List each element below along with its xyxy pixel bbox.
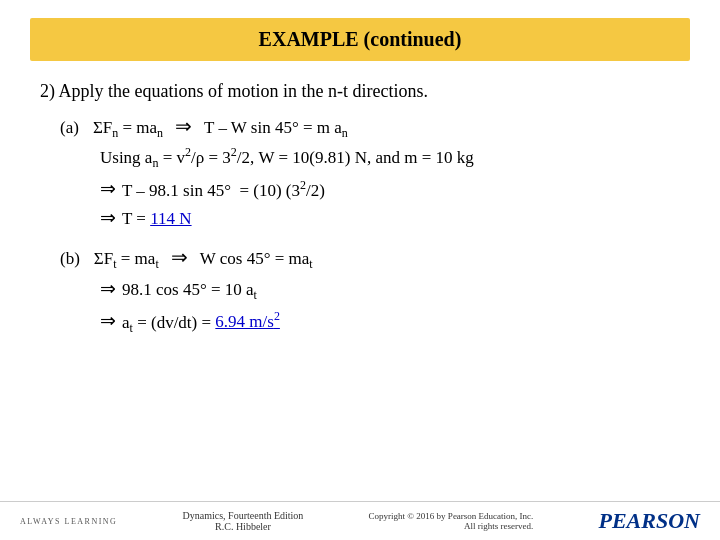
- part-a: (a) ΣFn = man ⇒ T – W sin 45° = m an Usi…: [40, 114, 680, 229]
- part-b-result: ⇒ at = (dv/dt) = 6.94 m/s2: [100, 309, 680, 335]
- footer-copyright: Copyright © 2016 by Pearson Education, I…: [369, 511, 534, 531]
- content-area: 2) Apply the equations of motion in the …: [0, 71, 720, 501]
- part-b: (b) ΣFt = mat ⇒ W cos 45° = mat ⇒ 98.1 c…: [40, 245, 680, 335]
- footer-book-info: Dynamics, Fourteenth Edition R.C. Hibbel…: [183, 510, 304, 532]
- part-b-label: (b): [60, 249, 80, 269]
- rights-text: All rights reserved.: [369, 521, 534, 531]
- part-a-eq1: (a) ΣFn = man ⇒ T – W sin 45° = m an: [60, 114, 680, 141]
- part-a-using: Using an = v2/ρ = 32/2, W = 10(9.81) N, …: [100, 145, 680, 171]
- sigma-fn: ΣFn = man: [93, 118, 163, 141]
- sigma-ft: ΣFt = mat: [94, 249, 159, 272]
- book-title: Dynamics, Fourteenth Edition: [183, 510, 304, 521]
- intro-text: 2) Apply the equations of motion in the …: [40, 81, 680, 102]
- pearson-logo: PEARSON: [599, 508, 700, 534]
- always-learning: ALWAYS LEARNING: [20, 517, 117, 526]
- part-b-eq1: (b) ΣFt = mat ⇒ W cos 45° = mat: [60, 245, 680, 272]
- title-text: EXAMPLE (continued): [259, 28, 462, 50]
- part-a-eq2: ⇒ T – 98.1 sin 45° = (10) (32/2): [100, 177, 680, 200]
- footer: ALWAYS LEARNING Dynamics, Fourteenth Edi…: [0, 501, 720, 540]
- part-b-eq2: ⇒ 98.1 cos 45° = 10 at: [100, 277, 680, 303]
- slide: EXAMPLE (continued) 2) Apply the equatio…: [0, 0, 720, 540]
- part-a-result: ⇒ T = 114 N: [100, 206, 680, 229]
- always-learning-text: ALWAYS LEARNING: [20, 517, 117, 526]
- author: R.C. Hibbeler: [183, 521, 304, 532]
- title-bar: EXAMPLE (continued): [30, 18, 690, 61]
- part-a-label: (a): [60, 118, 79, 138]
- copyright-text: Copyright © 2016 by Pearson Education, I…: [369, 511, 534, 521]
